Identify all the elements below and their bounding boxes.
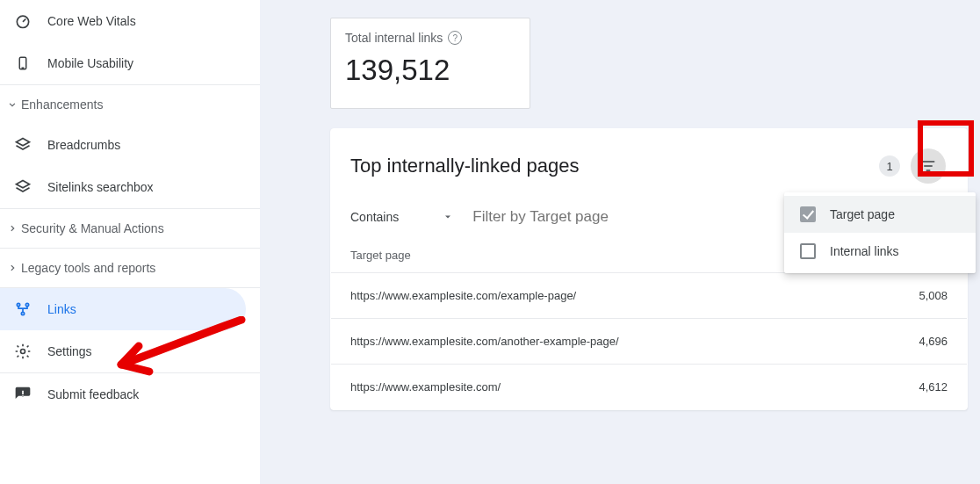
stat-card-total-internal-links: Total internal links ? 139,512	[330, 18, 530, 109]
sidebar-item-label: Mobile Usability	[47, 56, 248, 70]
sidebar-item-label: Submit feedback	[47, 387, 248, 401]
sidebar-item-links[interactable]: Links	[0, 288, 246, 330]
sidebar-item-sitelinks-searchbox[interactable]: Sitelinks searchbox	[0, 166, 260, 208]
sidebar-item-label: Links	[47, 302, 234, 316]
table-row[interactable]: https://www.examplesite.com/ 4,612	[331, 364, 967, 409]
sidebar-group-label: Security & Manual Actions	[21, 221, 164, 235]
filter-option-internal-links[interactable]: Internal links	[784, 233, 976, 270]
filter-icon	[919, 157, 937, 175]
filter-mode-label: Contains	[350, 210, 399, 224]
row-url[interactable]: https://www.examplesite.com/another-exam…	[350, 335, 619, 348]
row-count: 4,696	[919, 335, 948, 348]
chevron-right-icon	[4, 222, 21, 235]
feedback-icon	[12, 384, 33, 405]
sidebar-group-legacy[interactable]: Legacy tools and reports	[0, 249, 260, 287]
chevron-right-icon	[4, 262, 21, 274]
help-icon[interactable]: ?	[448, 31, 462, 45]
links-icon	[12, 299, 33, 320]
sidebar-item-label: Core Web Vitals	[47, 14, 248, 28]
filter-option-label: Target page	[830, 207, 895, 221]
layers-icon	[12, 177, 33, 198]
filter-option-label: Internal links	[830, 244, 899, 258]
main-card: Top internally-linked pages 1 Target pag…	[330, 128, 968, 410]
chevron-down-icon	[4, 98, 21, 111]
mobile-icon	[12, 53, 33, 74]
content-area: Total internal links ? 139,512 Top inter…	[260, 0, 980, 484]
filter-popover: Target page Internal links	[784, 192, 976, 273]
card-title: Top internally-linked pages	[350, 155, 879, 177]
svg-point-4	[25, 303, 28, 306]
sidebar: Core Web Vitals Mobile Usability Enhance…	[0, 0, 260, 484]
sidebar-group-label: Enhancements	[21, 98, 103, 112]
sidebar-group-security[interactable]: Security & Manual Actions	[0, 209, 260, 248]
sidebar-item-settings[interactable]: Settings	[0, 330, 260, 372]
svg-point-6	[21, 350, 25, 354]
svg-point-5	[21, 312, 24, 314]
sidebar-group-label: Legacy tools and reports	[21, 261, 155, 275]
sidebar-item-label: Breadcrumbs	[47, 138, 248, 152]
svg-point-3	[17, 303, 19, 306]
row-url[interactable]: https://www.examplesite.com/	[350, 380, 501, 394]
filter-count-badge: 1	[879, 155, 900, 177]
table-row[interactable]: https://www.examplesite.com/another-exam…	[331, 318, 967, 364]
checkbox-icon	[800, 243, 816, 259]
sidebar-item-submit-feedback[interactable]: Submit feedback	[0, 373, 260, 415]
row-url[interactable]: https://www.examplesite.com/example-page…	[350, 289, 576, 302]
row-count: 4,612	[919, 380, 948, 394]
stat-label: Total internal links	[345, 31, 443, 45]
gear-icon	[12, 341, 33, 362]
sidebar-group-enhancements[interactable]: Enhancements	[0, 85, 260, 124]
filter-button[interactable]	[911, 148, 946, 184]
stat-value: 139,512	[345, 54, 515, 87]
layers-icon	[12, 134, 33, 155]
table-row[interactable]: https://www.examplesite.com/example-page…	[331, 272, 967, 318]
speedometer-icon	[12, 11, 33, 32]
sidebar-item-mobile-usability[interactable]: Mobile Usability	[0, 42, 260, 84]
sidebar-item-breadcrumbs[interactable]: Breadcrumbs	[0, 124, 260, 166]
sidebar-item-core-web-vitals[interactable]: Core Web Vitals	[0, 0, 260, 42]
chevron-down-icon	[443, 212, 453, 222]
checkbox-icon	[800, 206, 816, 222]
row-count: 5,008	[919, 289, 948, 302]
filter-option-target-page[interactable]: Target page	[784, 196, 976, 233]
sidebar-item-label: Sitelinks searchbox	[47, 180, 248, 194]
filter-mode-select[interactable]: Contains	[350, 201, 453, 233]
sidebar-item-label: Settings	[47, 344, 248, 358]
